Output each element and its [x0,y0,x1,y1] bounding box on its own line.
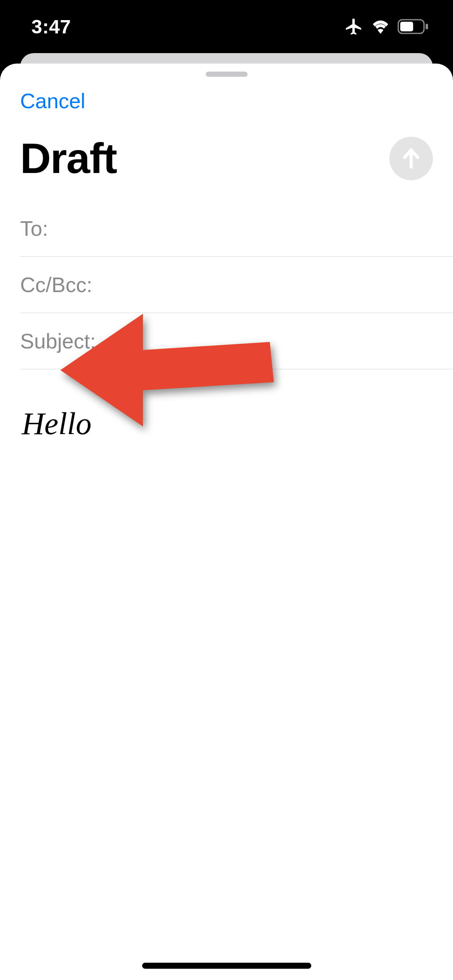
battery-icon [397,19,429,34]
subject-label: Subject: [20,329,96,353]
sheet-grabber[interactable] [206,72,248,77]
compose-sheet: Cancel Draft To: Cc/Bcc: Subject: Hello [0,64,453,980]
title-row: Draft [0,125,453,200]
to-label: To: [20,216,48,241]
to-field-row[interactable]: To: [20,200,453,257]
airplane-mode-icon [344,17,364,36]
ccbcc-input[interactable] [92,273,433,297]
svg-rect-2 [426,24,428,29]
send-button[interactable] [389,137,433,180]
status-icons [344,17,429,36]
wifi-icon [371,19,390,35]
subject-field-row[interactable]: Subject: [20,313,453,369]
arrow-up-icon [401,146,422,171]
ccbcc-label: Cc/Bcc: [20,273,92,297]
nav-row: Cancel [0,77,453,125]
body-textarea[interactable]: Hello [0,369,453,852]
subject-input[interactable] [96,329,433,353]
status-bar: 3:47 [0,0,453,53]
cancel-button[interactable]: Cancel [20,89,85,113]
home-indicator[interactable] [142,963,311,969]
to-input[interactable] [48,216,433,241]
ccbcc-field-row[interactable]: Cc/Bcc: [20,257,453,313]
compose-title: Draft [20,134,117,183]
status-time: 3:47 [31,16,71,38]
svg-rect-1 [400,22,413,31]
